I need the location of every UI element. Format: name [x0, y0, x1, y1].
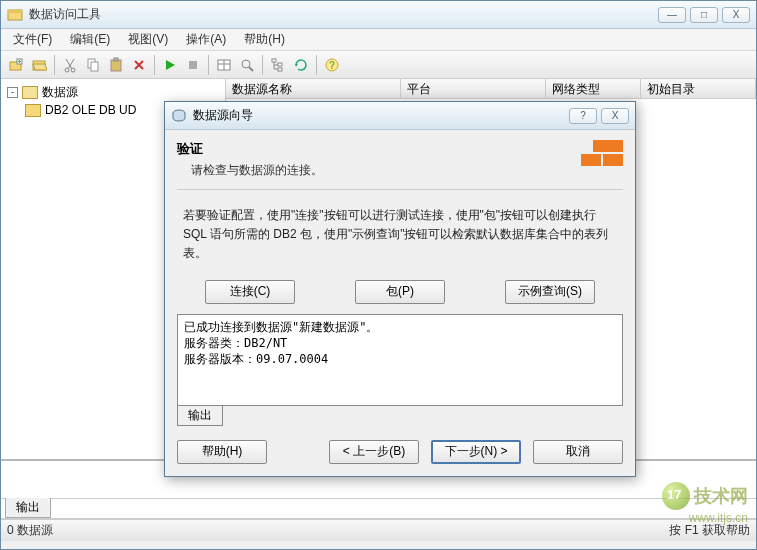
toolbar-run-icon[interactable]	[159, 54, 181, 76]
menubar: 文件(F) 编辑(E) 视图(V) 操作(A) 帮助(H)	[1, 29, 756, 51]
svg-point-9	[71, 68, 75, 72]
output-textbox[interactable]: 已成功连接到数据源"新建数据源"。 服务器类：DB2/NT 服务器版本：09.0…	[177, 314, 623, 406]
svg-rect-21	[272, 59, 276, 62]
svg-marker-14	[166, 60, 175, 70]
window-title: 数据访问工具	[29, 6, 658, 23]
folder-icon	[25, 104, 41, 117]
sample-query-button[interactable]: 示例查询(S)	[505, 280, 595, 304]
toolbar: ?	[1, 51, 756, 79]
titlebar: 数据访问工具 — □ X	[1, 1, 756, 29]
column-initcat[interactable]: 初始目录	[641, 79, 756, 98]
svg-rect-23	[278, 68, 282, 71]
toolbar-delete-icon[interactable]	[128, 54, 150, 76]
tree-root-label: 数据源	[42, 84, 78, 101]
svg-text:?: ?	[329, 60, 335, 71]
toolbar-open-icon[interactable]	[28, 54, 50, 76]
app-icon	[7, 7, 23, 23]
column-nettype[interactable]: 网络类型	[546, 79, 641, 98]
toolbar-copy-icon[interactable]	[82, 54, 104, 76]
svg-line-20	[249, 67, 253, 71]
svg-rect-15	[189, 61, 197, 69]
toolbar-help-icon[interactable]: ?	[321, 54, 343, 76]
minimize-button[interactable]: —	[658, 7, 686, 23]
toolbar-new-icon[interactable]	[5, 54, 27, 76]
wizard-dialog: 数据源向导 ? X 验证 请检查与数据源的连接。 若要验证配置，使用"连接"按钮…	[164, 101, 636, 477]
dialog-close-button[interactable]: X	[601, 108, 629, 124]
maximize-button[interactable]: □	[690, 7, 718, 23]
dialog-titlebar: 数据源向导 ? X	[165, 102, 635, 130]
menu-file[interactable]: 文件(F)	[5, 29, 60, 50]
menu-operate[interactable]: 操作(A)	[178, 29, 234, 50]
folder-open-icon	[22, 86, 38, 99]
menu-edit[interactable]: 编辑(E)	[62, 29, 118, 50]
svg-point-8	[65, 68, 69, 72]
svg-rect-22	[278, 63, 282, 66]
tree-root[interactable]: - 数据源	[5, 83, 221, 101]
svg-marker-24	[295, 64, 298, 67]
dialog-footer: 帮助(H) < 上一步(B) 下一步(N) > 取消	[177, 440, 623, 464]
output-tab[interactable]: 输出	[177, 405, 223, 426]
dialog-icon	[171, 108, 187, 124]
svg-rect-1	[8, 10, 22, 13]
toolbar-refresh-icon[interactable]	[290, 54, 312, 76]
close-button[interactable]: X	[722, 7, 750, 23]
toolbar-cut-icon[interactable]	[59, 54, 81, 76]
dialog-subheading: 请检查与数据源的连接。	[177, 162, 323, 179]
collapse-icon[interactable]: -	[7, 87, 18, 98]
toolbar-query-icon[interactable]	[236, 54, 258, 76]
back-button[interactable]: < 上一步(B)	[329, 440, 419, 464]
column-name[interactable]: 数据源名称	[226, 79, 401, 98]
dialog-heading: 验证	[177, 140, 323, 158]
svg-rect-13	[114, 58, 118, 61]
menu-help[interactable]: 帮助(H)	[236, 29, 293, 50]
column-platform[interactable]: 平台	[401, 79, 546, 98]
dialog-description: 若要验证配置，使用"连接"按钮可以进行测试连接，使用"包"按钮可以创建执行 SQ…	[177, 190, 623, 274]
status-left: 0 数据源	[7, 522, 53, 539]
action-button-row: 连接(C) 包(P) 示例查询(S)	[177, 280, 623, 304]
dialog-header: 验证 请检查与数据源的连接。	[177, 140, 623, 190]
cancel-button[interactable]: 取消	[533, 440, 623, 464]
bottom-tabs: 输出	[1, 499, 756, 519]
toolbar-stop-icon[interactable]	[182, 54, 204, 76]
main-window: 数据访问工具 — □ X 文件(F) 编辑(E) 视图(V) 操作(A) 帮助(…	[0, 0, 757, 550]
next-button[interactable]: 下一步(N) >	[431, 440, 521, 464]
package-button[interactable]: 包(P)	[355, 280, 445, 304]
svg-rect-12	[111, 60, 121, 71]
grid-header: 数据源名称 平台 网络类型 初始目录	[226, 79, 756, 99]
toolbar-table-icon[interactable]	[213, 54, 235, 76]
window-controls: — □ X	[658, 7, 750, 23]
dialog-title: 数据源向导	[193, 107, 569, 124]
dialog-help-button[interactable]: ?	[569, 108, 597, 124]
menu-view[interactable]: 视图(V)	[120, 29, 176, 50]
brand-icon	[575, 140, 623, 178]
svg-point-19	[242, 60, 250, 68]
toolbar-tree-icon[interactable]	[267, 54, 289, 76]
status-right: 按 F1 获取帮助	[669, 522, 750, 539]
statusbar: 0 数据源 按 F1 获取帮助	[1, 519, 756, 541]
svg-marker-7	[33, 64, 47, 70]
tree-item-label: DB2 OLE DB UD	[45, 103, 136, 117]
toolbar-paste-icon[interactable]	[105, 54, 127, 76]
connect-button[interactable]: 连接(C)	[205, 280, 295, 304]
svg-rect-11	[91, 62, 98, 71]
tab-output[interactable]: 输出	[5, 498, 51, 518]
help-button[interactable]: 帮助(H)	[177, 440, 267, 464]
